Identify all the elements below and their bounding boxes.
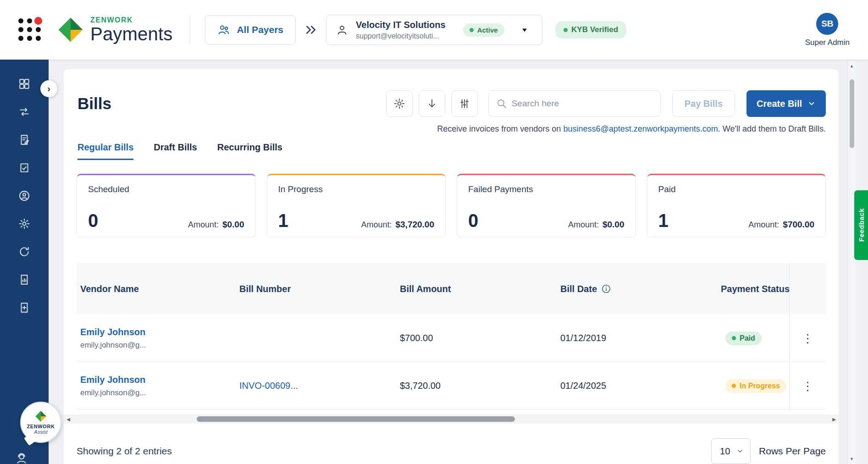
sidebar-item-sync[interactable]: [15, 245, 33, 258]
bill-date-cell: 01/24/2025: [560, 381, 721, 391]
stat-count: 1: [658, 211, 669, 230]
tab-recurring-bills[interactable]: Recurring Bills: [217, 142, 282, 160]
zenwork-assist-widget[interactable]: ZENWORK Assist: [20, 402, 61, 443]
status-dot: [470, 28, 474, 32]
sidebar-item-reports[interactable]: [15, 273, 33, 286]
payer-email: support@velocityitsoluti...: [356, 32, 446, 40]
bill-amount-cell: $3,720.00: [400, 381, 560, 391]
profile-block: SB Super Admin: [805, 13, 850, 47]
rows-per-page-select[interactable]: 10: [711, 438, 751, 464]
payer-selector[interactable]: Velocity IT Solutions support@velocityit…: [326, 15, 542, 45]
dashboard-icon: [18, 78, 30, 90]
table-row: Emily Johnson emily.johnson@g... $700.00…: [77, 315, 826, 362]
info-icon[interactable]: [601, 284, 611, 294]
row-actions-menu[interactable]: ⋮: [802, 332, 814, 344]
invoice-note: Receive invoices from vendors on busines…: [77, 124, 826, 134]
scroll-down-icon[interactable]: ▼: [848, 455, 856, 463]
vendor-person-icon: [18, 190, 30, 202]
assist-brand: ZENWORK: [27, 424, 55, 429]
stat-card-in-progress: In Progress 1 Amount:$3,720.00: [267, 174, 446, 238]
stat-amount-label: Amount:: [188, 220, 219, 229]
rows-per-page-label: Rows Per Page: [759, 446, 826, 457]
bills-tabs: Regular Bills Draft Bills Recurring Bill…: [77, 142, 826, 160]
filter-button[interactable]: [451, 90, 478, 117]
apps-launcher-icon[interactable]: [18, 18, 42, 42]
payers-people-icon: [217, 23, 230, 36]
assist-logo-icon: [35, 410, 47, 422]
scroll-up-icon[interactable]: ▲: [848, 62, 856, 70]
create-bill-button[interactable]: Create Bill: [746, 90, 826, 117]
stat-label: Scheduled: [88, 184, 244, 194]
scroll-right-icon[interactable]: ▶: [829, 414, 839, 424]
sidebar-item-bills[interactable]: [15, 133, 33, 146]
all-payers-button[interactable]: All Payers: [205, 15, 296, 44]
report-document-icon: [18, 274, 30, 286]
stat-count: 1: [278, 211, 288, 230]
tab-draft-bills[interactable]: Draft Bills: [154, 142, 197, 160]
vertical-scrollbar-thumb[interactable]: [850, 79, 854, 148]
sidebar-expand-button[interactable]: ›: [40, 80, 57, 97]
search-input[interactable]: [488, 90, 661, 117]
table-row: Emily Johnson emily.johnson@g... INVO-00…: [77, 362, 826, 410]
col-header-bill-number: Bill Number: [239, 284, 400, 294]
feedback-tab[interactable]: Feedback: [854, 190, 868, 260]
sidebar-item-dashboard[interactable]: [15, 77, 33, 90]
payer-name: Velocity IT Solutions: [356, 20, 446, 30]
brand-name-top: ZENWORK: [90, 16, 172, 24]
bill-number-link[interactable]: INVO-00609...: [239, 381, 400, 391]
stat-amount-label: Amount:: [361, 220, 392, 229]
horizontal-scrollbar[interactable]: ◀ ▶: [64, 414, 839, 424]
status-badge: Paid: [725, 331, 762, 345]
table-settings-button[interactable]: [386, 90, 413, 117]
gear-icon: [393, 98, 405, 110]
scroll-left-icon[interactable]: ◀: [64, 414, 73, 424]
assist-label: Assist: [34, 429, 47, 435]
stat-card-failed-payments: Failed Payments 0 Amount:$0.00: [457, 174, 636, 238]
bills-toolbar: Pay Bills Create Bill: [386, 90, 826, 117]
zenwork-logo[interactable]: ZENWORK Payments: [57, 16, 172, 44]
vertical-scrollbar[interactable]: ▲ ▼: [847, 61, 856, 464]
kyb-verified-badge: KYB Verified: [555, 21, 626, 39]
stat-count: 0: [468, 211, 478, 230]
all-payers-label: All Payers: [237, 24, 283, 35]
avatar[interactable]: SB: [816, 13, 838, 35]
page-title: Bills: [77, 94, 111, 113]
status-dot: [732, 384, 736, 388]
stat-label: Paid: [658, 184, 815, 194]
stat-card-paid: Paid 1 Amount:$700.00: [647, 174, 826, 238]
search-box: [488, 90, 661, 117]
sidebar-item-vendors[interactable]: [15, 189, 33, 202]
pay-bills-button[interactable]: Pay Bills: [672, 90, 735, 117]
sidebar-item-settings[interactable]: [15, 217, 33, 230]
sidebar-item-approvals[interactable]: [15, 161, 33, 174]
sidebar-item-create-bill[interactable]: [15, 301, 33, 314]
sidebar-item-support[interactable]: [15, 452, 28, 464]
download-arrow-icon: [426, 98, 438, 110]
invoice-email-link[interactable]: business6@aptest.zenworkpayments.com: [563, 124, 718, 133]
bills-table: Vendor Name Bill Number Bill Amount Bill…: [77, 263, 826, 410]
payer-status-badge: Active: [463, 23, 504, 37]
row-actions-menu[interactable]: ⋮: [802, 380, 814, 392]
download-button[interactable]: [419, 90, 445, 117]
vendor-name-link[interactable]: Emily Johnson: [80, 375, 239, 385]
tab-regular-bills[interactable]: Regular Bills: [77, 142, 133, 160]
stat-amount-value: $700.00: [783, 220, 814, 229]
stat-amount-value: $0.00: [603, 220, 625, 229]
stat-card-scheduled: Scheduled 0 Amount:$0.00: [77, 174, 256, 238]
vendor-email: emily.johnson@g...: [80, 341, 239, 350]
stat-label: Failed Payments: [468, 184, 625, 194]
table-header-row: Vendor Name Bill Number Bill Amount Bill…: [77, 263, 826, 315]
document-add-icon: [18, 302, 30, 314]
transfer-arrows-icon: [18, 106, 30, 118]
stats-row: Scheduled 0 Amount:$0.00 In Progress 1 A…: [77, 174, 826, 238]
bill-date-cell: 01/12/2019: [560, 333, 721, 343]
col-header-payment-status: Payment Status: [721, 284, 789, 294]
status-dot: [732, 336, 736, 340]
status-badge: In Progress: [725, 379, 786, 393]
horizontal-scrollbar-thumb[interactable]: [197, 416, 515, 422]
sidebar-item-transfers[interactable]: [15, 105, 33, 118]
header-divider: [190, 16, 190, 44]
vendor-name-link[interactable]: Emily Johnson: [80, 327, 239, 337]
entries-summary: Showing 2 of 2 entries: [77, 446, 172, 457]
double-chevron-icon: [304, 23, 318, 37]
